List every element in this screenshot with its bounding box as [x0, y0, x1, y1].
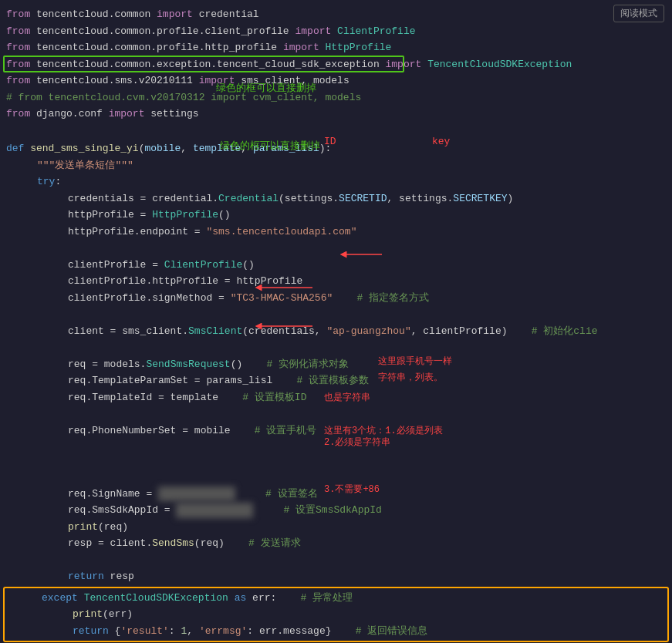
code-line-33: return resp [0, 568, 672, 585]
code-line-17: clientProfile = ClientProfile() [0, 257, 672, 274]
code-line-35: print(err) [5, 606, 667, 623]
code-line-2: from tencentcloud.common.profile.client_… [0, 23, 672, 40]
code-line-1: from tencentcloud.common import credenti… [0, 6, 672, 23]
code-line-26 [0, 406, 672, 422]
code-line-34: except TencentCloudSDKException as err: … [5, 590, 667, 607]
code-line-3: from tencentcloud.common.profile.http_pr… [0, 39, 672, 56]
code-line-18: clientProfile.httpProfile = httpProfile [0, 273, 672, 290]
annotation-phone-pitfalls2: 2.必须是字符串 [324, 436, 390, 449]
code-line-19: clientProfile.signMethod = "TC3-HMAC-SHA… [0, 290, 672, 307]
code-line-30: print(req) [0, 519, 672, 536]
code-line-12: try: [0, 173, 672, 190]
reading-mode-button[interactable]: 阅读模式 [613, 5, 664, 22]
code-line-20 [0, 306, 672, 323]
code-line-11: """发送单条短信""" [0, 157, 672, 174]
code-line-16 [0, 240, 672, 257]
code-area: 阅读模式 from tencentcloud.common import cre… [0, 0, 672, 643]
code-line-13: credentials = credential.Credential(sett… [0, 190, 672, 207]
code-line-15: httpProfile.endpoint = "sms.tencentcloud… [0, 224, 672, 241]
code-line-32 [0, 552, 672, 569]
code-line-22 [0, 339, 672, 356]
id-label: ID [324, 136, 336, 147]
code-line-25: req.TemplateId = template # 设置模板ID 也是字符串 [0, 389, 672, 406]
code-line-28: req.SignName = XXXXXXXXXX # 设置签名 3.不需要+8… [0, 486, 672, 503]
key-label: key [432, 136, 450, 147]
annotation-same-as-phone: 这里跟手机号一样 [378, 355, 452, 369]
code-line-27b: 2.必须是字符串 [0, 439, 672, 486]
code-line-14: httpProfile = HttpProfile() [0, 207, 672, 224]
annotation-phone-pitfalls3: 3.不需要+86 [324, 483, 380, 497]
code-line-29: req.SmsSdkAppId = XXXXXXXXXX # 设置SmsSdkA… [0, 502, 672, 519]
code-line-31: resp = client.SendSms(req) # 发送请求 [0, 535, 672, 552]
annotation-string-list: 字符串，列表。 [378, 371, 443, 385]
code-line-36: return {'result': 1, 'errmsg': err.messa… [5, 623, 667, 640]
annotation-also-string: 也是字符串 [324, 391, 370, 405]
green-annotation-label: 绿色的框可以直接删掉 [216, 81, 316, 95]
code-line-6: # from tencentcloud.cvm.v20170312 import… [0, 89, 672, 106]
green-label: 绿色的框可以直接删掉 [220, 139, 320, 154]
code-line-21: client = sms_client.SmsClient(credential… [0, 323, 672, 340]
code-line-5: from tencentcloud.sms.v20210111 import s… [0, 72, 672, 89]
code-line-4: from tencentcloud.common.exception.tence… [0, 56, 672, 73]
code-line-23: req = models.SendSmsRequest() # 实例化请求对象 … [0, 356, 672, 373]
code-line-24: req.TemplateParamSet = params_lisl # 设置模… [0, 372, 672, 389]
code-line-7: from django.conf import settings [0, 106, 672, 123]
except-block-box: except TencentCloudSDKException as err: … [3, 587, 669, 643]
